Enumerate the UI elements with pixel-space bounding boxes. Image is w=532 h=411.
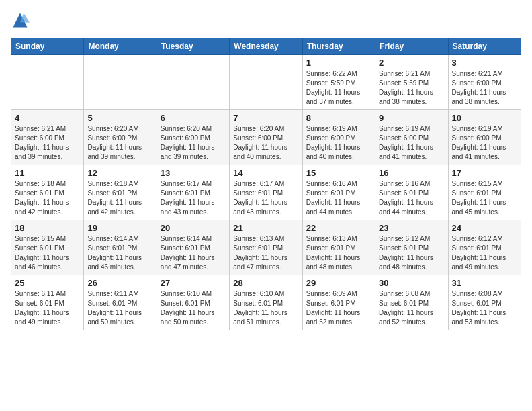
col-header-saturday: Saturday [448, 38, 521, 55]
day-number: 5 [87, 113, 152, 123]
day-number: 16 [379, 168, 444, 178]
day-info: Sunrise: 6:08 AM Sunset: 6:01 PM Dayligh… [379, 289, 444, 327]
day-number: 29 [306, 278, 371, 288]
day-cell: 19Sunrise: 6:14 AM Sunset: 6:01 PM Dayli… [84, 220, 157, 275]
day-cell: 3Sunrise: 6:21 AM Sunset: 6:00 PM Daylig… [448, 55, 521, 110]
day-cell: 26Sunrise: 6:11 AM Sunset: 6:01 PM Dayli… [84, 275, 157, 330]
day-info: Sunrise: 6:18 AM Sunset: 6:01 PM Dayligh… [15, 179, 80, 217]
day-number: 14 [233, 168, 298, 178]
day-cell: 1Sunrise: 6:22 AM Sunset: 5:59 PM Daylig… [302, 55, 375, 110]
day-number: 30 [379, 278, 444, 288]
day-number: 24 [452, 223, 517, 233]
day-number: 19 [87, 223, 152, 233]
day-info: Sunrise: 6:13 AM Sunset: 6:01 PM Dayligh… [233, 234, 298, 272]
day-cell: 25Sunrise: 6:11 AM Sunset: 6:01 PM Dayli… [11, 275, 84, 330]
day-number: 21 [233, 223, 298, 233]
day-cell: 9Sunrise: 6:19 AM Sunset: 6:00 PM Daylig… [375, 110, 448, 165]
day-number: 18 [15, 223, 80, 233]
day-info: Sunrise: 6:14 AM Sunset: 6:01 PM Dayligh… [87, 234, 152, 272]
day-number: 22 [306, 223, 371, 233]
week-row: 11Sunrise: 6:18 AM Sunset: 6:01 PM Dayli… [11, 165, 521, 220]
calendar-table: SundayMondayTuesdayWednesdayThursdayFrid… [11, 38, 521, 330]
day-info: Sunrise: 6:19 AM Sunset: 6:00 PM Dayligh… [452, 124, 517, 162]
day-number: 28 [233, 278, 298, 288]
day-number: 27 [161, 278, 226, 288]
day-cell: 13Sunrise: 6:17 AM Sunset: 6:01 PM Dayli… [157, 165, 229, 220]
day-info: Sunrise: 6:21 AM Sunset: 6:00 PM Dayligh… [452, 69, 517, 107]
day-number: 31 [452, 278, 517, 288]
day-cell: 15Sunrise: 6:16 AM Sunset: 6:01 PM Dayli… [302, 165, 375, 220]
day-cell: 6Sunrise: 6:20 AM Sunset: 6:00 PM Daylig… [157, 110, 229, 165]
day-cell: 28Sunrise: 6:10 AM Sunset: 6:01 PM Dayli… [230, 275, 302, 330]
day-info: Sunrise: 6:11 AM Sunset: 6:01 PM Dayligh… [87, 289, 152, 327]
day-cell: 12Sunrise: 6:18 AM Sunset: 6:01 PM Dayli… [84, 165, 157, 220]
day-info: Sunrise: 6:15 AM Sunset: 6:01 PM Dayligh… [15, 234, 80, 272]
day-info: Sunrise: 6:21 AM Sunset: 5:59 PM Dayligh… [379, 69, 444, 107]
day-cell: 20Sunrise: 6:14 AM Sunset: 6:01 PM Dayli… [157, 220, 229, 275]
day-cell: 2Sunrise: 6:21 AM Sunset: 5:59 PM Daylig… [375, 55, 448, 110]
day-cell: 18Sunrise: 6:15 AM Sunset: 6:01 PM Dayli… [11, 220, 84, 275]
day-cell [11, 55, 84, 110]
logo [11, 11, 32, 30]
day-number: 9 [379, 113, 444, 123]
day-info: Sunrise: 6:09 AM Sunset: 6:01 PM Dayligh… [306, 289, 371, 327]
week-row: 1Sunrise: 6:22 AM Sunset: 5:59 PM Daylig… [11, 55, 521, 110]
day-cell: 7Sunrise: 6:20 AM Sunset: 6:00 PM Daylig… [230, 110, 302, 165]
day-number: 11 [15, 168, 80, 178]
day-info: Sunrise: 6:22 AM Sunset: 5:59 PM Dayligh… [306, 69, 371, 107]
day-number: 8 [306, 113, 371, 123]
page-header [11, 11, 521, 30]
col-header-monday: Monday [84, 38, 157, 55]
day-number: 26 [87, 278, 152, 288]
day-cell: 22Sunrise: 6:13 AM Sunset: 6:01 PM Dayli… [302, 220, 375, 275]
day-cell: 17Sunrise: 6:15 AM Sunset: 6:01 PM Dayli… [448, 165, 521, 220]
day-cell: 5Sunrise: 6:20 AM Sunset: 6:00 PM Daylig… [84, 110, 157, 165]
col-header-thursday: Thursday [302, 38, 375, 55]
col-header-sunday: Sunday [11, 38, 84, 55]
day-info: Sunrise: 6:20 AM Sunset: 6:00 PM Dayligh… [233, 124, 298, 162]
col-header-wednesday: Wednesday [230, 38, 302, 55]
day-cell: 31Sunrise: 6:08 AM Sunset: 6:01 PM Dayli… [448, 275, 521, 330]
day-info: Sunrise: 6:16 AM Sunset: 6:01 PM Dayligh… [379, 179, 444, 217]
day-cell [230, 55, 302, 110]
day-cell: 21Sunrise: 6:13 AM Sunset: 6:01 PM Dayli… [230, 220, 302, 275]
day-number: 10 [452, 113, 517, 123]
day-number: 4 [15, 113, 80, 123]
day-number: 23 [379, 223, 444, 233]
day-info: Sunrise: 6:17 AM Sunset: 6:01 PM Dayligh… [233, 179, 298, 217]
day-cell [84, 55, 157, 110]
day-cell: 11Sunrise: 6:18 AM Sunset: 6:01 PM Dayli… [11, 165, 84, 220]
day-cell: 16Sunrise: 6:16 AM Sunset: 6:01 PM Dayli… [375, 165, 448, 220]
day-info: Sunrise: 6:12 AM Sunset: 6:01 PM Dayligh… [379, 234, 444, 272]
day-number: 1 [306, 58, 371, 68]
day-number: 13 [161, 168, 226, 178]
day-info: Sunrise: 6:20 AM Sunset: 6:00 PM Dayligh… [161, 124, 226, 162]
day-number: 6 [161, 113, 226, 123]
day-number: 17 [452, 168, 517, 178]
day-cell: 14Sunrise: 6:17 AM Sunset: 6:01 PM Dayli… [230, 165, 302, 220]
day-info: Sunrise: 6:13 AM Sunset: 6:01 PM Dayligh… [306, 234, 371, 272]
col-header-tuesday: Tuesday [157, 38, 229, 55]
day-cell: 8Sunrise: 6:19 AM Sunset: 6:00 PM Daylig… [302, 110, 375, 165]
week-row: 18Sunrise: 6:15 AM Sunset: 6:01 PM Dayli… [11, 220, 521, 275]
day-info: Sunrise: 6:16 AM Sunset: 6:01 PM Dayligh… [306, 179, 371, 217]
day-info: Sunrise: 6:08 AM Sunset: 6:01 PM Dayligh… [452, 289, 517, 327]
day-info: Sunrise: 6:19 AM Sunset: 6:00 PM Dayligh… [306, 124, 371, 162]
day-cell: 24Sunrise: 6:12 AM Sunset: 6:01 PM Dayli… [448, 220, 521, 275]
day-info: Sunrise: 6:14 AM Sunset: 6:01 PM Dayligh… [161, 234, 226, 272]
day-number: 25 [15, 278, 80, 288]
day-number: 15 [306, 168, 371, 178]
day-info: Sunrise: 6:11 AM Sunset: 6:01 PM Dayligh… [15, 289, 80, 327]
day-cell: 27Sunrise: 6:10 AM Sunset: 6:01 PM Dayli… [157, 275, 229, 330]
day-info: Sunrise: 6:10 AM Sunset: 6:01 PM Dayligh… [233, 289, 298, 327]
day-info: Sunrise: 6:18 AM Sunset: 6:01 PM Dayligh… [87, 179, 152, 217]
day-cell: 10Sunrise: 6:19 AM Sunset: 6:00 PM Dayli… [448, 110, 521, 165]
day-number: 12 [87, 168, 152, 178]
day-info: Sunrise: 6:15 AM Sunset: 6:01 PM Dayligh… [452, 179, 517, 217]
day-number: 7 [233, 113, 298, 123]
week-row: 4Sunrise: 6:21 AM Sunset: 6:00 PM Daylig… [11, 110, 521, 165]
col-header-friday: Friday [375, 38, 448, 55]
logo-icon [11, 11, 30, 30]
day-info: Sunrise: 6:20 AM Sunset: 6:00 PM Dayligh… [87, 124, 152, 162]
week-row: 25Sunrise: 6:11 AM Sunset: 6:01 PM Dayli… [11, 275, 521, 330]
